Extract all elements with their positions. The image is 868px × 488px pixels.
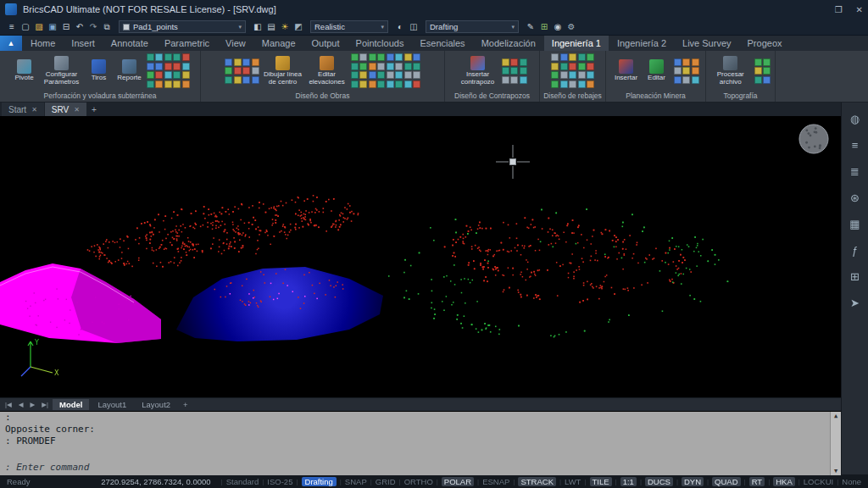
ribbon-tool-icon[interactable] <box>510 76 518 84</box>
layer-dropdown[interactable]: Pad1_points ▾ <box>119 20 246 33</box>
ribbon-tool-icon[interactable] <box>404 63 412 70</box>
status-toggle-esnap[interactable]: ESNAP <box>482 477 509 486</box>
doc-tab-start[interactable]: Start ✕ <box>2 103 44 116</box>
ribbon-tool-icon[interactable] <box>155 71 163 79</box>
ribbon-tool-icon[interactable] <box>252 76 259 84</box>
restore-window-button[interactable]: ❐ <box>835 5 843 14</box>
status-toggle-grid[interactable]: GRID <box>376 477 396 486</box>
ribbon-tool-icon[interactable] <box>395 71 403 79</box>
ribbon-tool-icon[interactable] <box>551 63 559 70</box>
ribbon-tab-live-survey[interactable]: Live Survey <box>675 36 738 51</box>
ribbon-tab-esenciales[interactable]: Esenciales <box>412 36 472 51</box>
ribbon-tool-icon[interactable] <box>754 67 762 75</box>
ribbon-tool-icon[interactable] <box>182 80 190 88</box>
pivote-button[interactable]: Pivote <box>11 59 38 82</box>
ribbon-tool-icon[interactable] <box>413 53 420 61</box>
sun-icon[interactable]: ☀ <box>278 20 292 34</box>
ribbon-tool-icon[interactable] <box>569 71 576 79</box>
ribbon-tool-icon[interactable] <box>182 63 190 70</box>
ribbon-tool-icon[interactable] <box>369 63 376 70</box>
attachments-icon[interactable]: ⊛ <box>846 190 865 207</box>
ribbon-tool-icon[interactable] <box>569 80 576 88</box>
ribbon-tool-icon[interactable] <box>387 53 394 61</box>
ribbon-tab-manage[interactable]: Manage <box>254 36 303 51</box>
ribbon-tool-icon[interactable] <box>587 80 594 88</box>
ribbon-tool-icon[interactable] <box>377 53 385 61</box>
ribbon-tab-view[interactable]: View <box>218 36 253 51</box>
ribbon-tool-icon[interactable] <box>520 76 527 84</box>
ribbon-tool-icon[interactable] <box>242 67 250 75</box>
save-icon[interactable]: ▣ <box>46 20 59 34</box>
layout-tab-layout1[interactable]: Layout1 <box>91 399 133 410</box>
ribbon-tool-icon[interactable] <box>560 71 568 79</box>
layers-panel-icon[interactable]: ▤ <box>264 20 278 34</box>
status-toggle-ortho[interactable]: ORTHO <box>404 477 433 486</box>
ribbon-tab-annotate[interactable]: Annotate <box>103 36 156 51</box>
insertar-contrapozo-button[interactable]: Insertar contrapozo <box>458 56 498 86</box>
ribbon-tool-icon[interactable] <box>173 71 181 79</box>
ribbon-tool-icon[interactable] <box>252 67 259 75</box>
ribbon-tool-icon[interactable] <box>404 71 412 79</box>
ribbon-tool-icon[interactable] <box>754 58 762 66</box>
view-settings-icon[interactable]: ◫ <box>407 20 420 34</box>
app-button[interactable]: ▲ <box>0 36 22 51</box>
status-toggle-rt[interactable]: RT <box>749 477 765 486</box>
workspaces-icon[interactable]: ≡ <box>5 20 19 34</box>
ribbon-tool-icon[interactable] <box>551 80 559 88</box>
ribbon-tool-icon[interactable] <box>578 80 586 88</box>
ribbon-tool-icon[interactable] <box>682 76 690 84</box>
render-icon[interactable]: ◐ <box>393 20 407 34</box>
ribbon-tool-icon[interactable] <box>155 80 163 88</box>
ribbon-tool-icon[interactable] <box>173 63 181 70</box>
ribbon-tool-icon[interactable] <box>173 53 181 61</box>
dibujar-linea-centro-button[interactable]: Dibujar línea de centro <box>263 56 303 86</box>
status-toggle-snap[interactable]: SNAP <box>345 477 367 486</box>
ribbon-tool-icon[interactable] <box>510 58 518 66</box>
prev-layout-button[interactable]: ◀ <box>16 401 26 408</box>
ribbon-tool-icon[interactable] <box>225 58 232 66</box>
ribbon-tool-icon[interactable] <box>369 71 376 79</box>
ribbon-tool-icon[interactable] <box>674 76 682 84</box>
light-icon[interactable]: ◍ <box>846 111 865 128</box>
filter-sliders-icon[interactable]: ≡ <box>846 137 865 154</box>
status-toggle-ducs[interactable]: DUCS <box>645 477 673 486</box>
ribbon-tool-icon[interactable] <box>164 71 172 79</box>
fx-icon[interactable]: ƒ <box>846 242 865 259</box>
ribbon-tool-icon[interactable] <box>234 58 242 66</box>
ribbon-tool-icon[interactable] <box>551 53 559 61</box>
ribbon-tool-icon[interactable] <box>569 63 576 70</box>
ribbon-tool-icon[interactable] <box>502 58 509 66</box>
print-icon[interactable]: ⊟ <box>59 20 73 34</box>
ribbon-tab-parametric[interactable]: Parametric <box>157 36 217 51</box>
procesar-archivo-button[interactable]: Procesar archivo <box>710 56 751 86</box>
ribbon-tab-output[interactable]: Output <box>304 36 348 51</box>
ribbon-tool-icon[interactable] <box>502 76 509 84</box>
ribbon-tool-icon[interactable] <box>692 76 699 84</box>
command-scrollbar[interactable]: ▲ ▼ <box>830 412 841 475</box>
sheet-sets-icon[interactable]: ▦ <box>846 216 865 233</box>
status-toggle-hka[interactable]: HKA <box>773 477 795 486</box>
settings-icon[interactable]: ⚙ <box>565 20 578 34</box>
ribbon-tool-icon[interactable] <box>182 71 190 79</box>
new-tab-button[interactable]: + <box>87 103 101 116</box>
ribbon-tool-icon[interactable] <box>377 80 385 88</box>
materials-icon[interactable]: ◩ <box>292 20 305 34</box>
reports-icon[interactable]: ⊞ <box>846 269 865 286</box>
ribbon-tool-icon[interactable] <box>578 71 586 79</box>
section-icon[interactable]: ⊞ <box>537 20 551 34</box>
close-tab-icon[interactable]: ✕ <box>31 106 37 114</box>
ribbon-tool-icon[interactable] <box>387 71 394 79</box>
ribbon-tool-icon[interactable] <box>763 76 771 84</box>
ribbon-tool-icon[interactable] <box>155 63 163 70</box>
ribbon-tool-icon[interactable] <box>520 67 527 75</box>
viewport-canvas[interactable] <box>0 116 841 397</box>
redo-icon[interactable]: ↷ <box>86 20 100 34</box>
first-layout-button[interactable]: |◀ <box>3 401 14 408</box>
ribbon-tab-home[interactable]: Home <box>23 36 63 51</box>
editar-elevaciones-button[interactable]: Editar elevaciones <box>307 56 348 86</box>
ribbon-tool-icon[interactable] <box>502 67 509 75</box>
editar-button[interactable]: Editar <box>643 59 670 82</box>
ribbon-tool-icon[interactable] <box>147 80 154 88</box>
open-drawing-icon[interactable]: ▨ <box>32 20 46 34</box>
ribbon-tool-icon[interactable] <box>404 80 412 88</box>
